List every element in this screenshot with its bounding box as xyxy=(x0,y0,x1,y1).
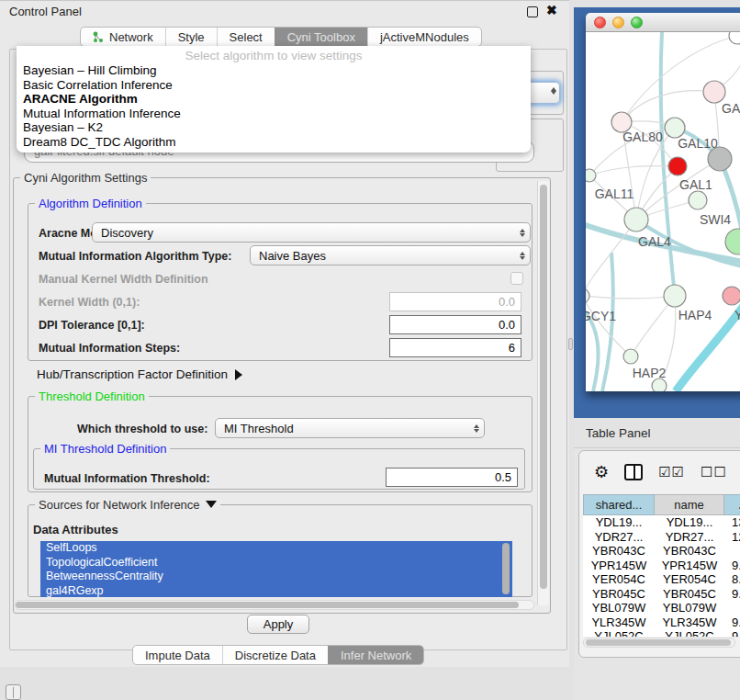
attribute-list-item[interactable]: gal4RGexp xyxy=(40,584,512,598)
network-node[interactable] xyxy=(586,169,596,182)
network-node[interactable] xyxy=(624,208,648,231)
zoom-window-icon[interactable] xyxy=(631,17,643,28)
algorithm-option[interactable]: ARACNE Algorithm xyxy=(17,92,531,107)
node-label: GCY1 xyxy=(586,309,616,323)
control-panel: Control Panel ✖ Network Style Select Cyn… xyxy=(0,0,569,667)
attribute-list-item[interactable]: TopologicalCoefficient xyxy=(40,556,512,570)
aracne-mode-combobox[interactable]: Discovery xyxy=(92,222,531,243)
table-cell xyxy=(724,544,740,559)
table-row[interactable]: YPR145WYPR145W9. xyxy=(583,559,740,573)
tab-discretize-data[interactable]: Discretize Data xyxy=(222,646,328,664)
table-cell: YDR27... xyxy=(655,530,724,545)
network-node[interactable] xyxy=(652,378,667,391)
node-label: Y xyxy=(734,308,740,322)
settings-gear-icon[interactable]: ⚙ xyxy=(594,464,609,480)
node-table: shared... name A YDL19...YDL19...13YDR27… xyxy=(583,494,740,637)
network-node[interactable] xyxy=(623,349,638,364)
table-panel-title: Table Panel xyxy=(586,426,651,440)
network-node[interactable] xyxy=(586,288,589,303)
tab-label: Select xyxy=(230,30,263,44)
attribute-list-item[interactable]: BetweennessCentrality xyxy=(40,570,512,584)
table-row[interactable]: YBR043CYBR043C xyxy=(583,544,740,559)
algorithm-option[interactable]: Dream8 DC_TDC Algorithm xyxy=(17,135,531,150)
table-cell: YLR345W xyxy=(583,615,655,630)
algorithm-option[interactable]: Basic Correlation Inference xyxy=(17,78,531,93)
network-node[interactable] xyxy=(703,81,725,103)
group-title: Algorithm Definition xyxy=(35,197,146,210)
table-row[interactable]: YJL052CYJL052C9 xyxy=(583,629,740,637)
table-row[interactable]: YBL079WYBL079W xyxy=(583,601,740,615)
hub-factor-label: Hub/Transcription Factor Definition xyxy=(37,367,228,381)
mi-type-combobox[interactable]: Naive Bayes xyxy=(250,245,531,265)
select-all-checkbox-icon[interactable]: ☑☑ xyxy=(658,464,685,480)
tab-label: Impute Data xyxy=(145,649,210,662)
algorithm-option[interactable]: Bayesian – Hill Climbing xyxy=(17,63,531,78)
combobox-arrows-icon xyxy=(515,229,530,237)
table-row[interactable]: YDR27...YDR27...12 xyxy=(583,530,740,545)
network-node[interactable] xyxy=(664,285,686,307)
float-panel-icon[interactable] xyxy=(527,6,538,17)
column-header-third[interactable]: A xyxy=(724,494,740,515)
mi-threshold-field[interactable]: 0.5 xyxy=(386,468,518,487)
attribute-list-item[interactable]: SelfLoops xyxy=(40,541,512,556)
table-horizontal-scrollbar[interactable] xyxy=(583,638,735,648)
mi-threshold-label: Mutual Information Threshold: xyxy=(44,472,210,485)
tab-select[interactable]: Select xyxy=(217,28,275,46)
dpi-tolerance-field[interactable]: 0.0 xyxy=(389,315,521,334)
column-header-name[interactable]: name xyxy=(655,494,724,515)
network-node[interactable] xyxy=(729,32,740,44)
network-window-titlebar[interactable] xyxy=(586,13,740,32)
tab-infer-network[interactable]: Infer Network xyxy=(328,646,423,664)
settings-vertical-scrollbar[interactable] xyxy=(537,181,549,605)
settings-horizontal-scrollbar[interactable] xyxy=(15,600,534,610)
manual-kernel-checkbox[interactable] xyxy=(510,272,523,285)
group-title: MI Threshold Definition xyxy=(40,442,170,456)
data-attributes-label: Data Attributes xyxy=(33,523,118,536)
tab-cyni-toolbox[interactable]: Cyni Toolbox xyxy=(275,28,367,46)
table-row[interactable]: YLR345WYLR345W9. xyxy=(583,615,740,630)
tab-label: Style xyxy=(178,30,205,44)
table-cell: 9. xyxy=(724,559,740,573)
table-cell: YJL052C xyxy=(655,629,724,637)
table-cell: YBR043C xyxy=(655,544,724,559)
panel-title: Control Panel xyxy=(9,5,82,18)
network-canvas[interactable]: GALGAL80GAL10GAL11GAL1SWI4GAL4GCY1HAP4YH… xyxy=(586,32,740,391)
close-window-icon[interactable] xyxy=(594,17,606,28)
network-node[interactable] xyxy=(708,147,732,171)
tab-style[interactable]: Style xyxy=(165,28,217,46)
apply-button[interactable]: Apply xyxy=(247,615,309,634)
close-panel-icon[interactable]: ✖ xyxy=(546,3,557,17)
which-threshold-combobox[interactable]: MI Threshold xyxy=(215,418,485,438)
deselect-all-checkbox-icon[interactable]: ☐☐ xyxy=(701,464,727,480)
network-node[interactable] xyxy=(665,118,685,138)
algorithm-option[interactable]: Mutual Information Inference xyxy=(17,107,531,121)
table-cell xyxy=(724,601,740,615)
group-title: Cyni Algorithm Settings xyxy=(20,171,151,185)
attributes-scrollbar[interactable] xyxy=(500,542,511,596)
network-node[interactable] xyxy=(689,191,707,209)
node-label: HAP4 xyxy=(678,308,712,322)
tab-jactivemnodules[interactable]: jActiveMNodules xyxy=(367,28,481,46)
network-node[interactable] xyxy=(668,157,687,175)
column-header-shared-name[interactable]: shared... xyxy=(583,494,655,515)
algorithm-option[interactable]: Bayesian – K2 xyxy=(17,120,531,135)
minimize-window-icon[interactable] xyxy=(612,17,624,28)
split-column-icon[interactable] xyxy=(624,464,643,480)
kernel-width-field[interactable]: 0.0 xyxy=(389,292,521,311)
node-label: GAL xyxy=(722,101,740,116)
table-row[interactable]: YER054CYER054C8. xyxy=(583,572,740,587)
restore-panel-icon[interactable] xyxy=(6,684,21,700)
mi-steps-field[interactable]: 6 xyxy=(389,338,521,357)
data-attributes-list[interactable]: SelfLoopsTopologicalCoefficientBetweenne… xyxy=(40,541,512,597)
tab-network[interactable]: Network xyxy=(81,28,165,46)
network-node[interactable] xyxy=(725,229,740,254)
network-node[interactable] xyxy=(723,287,740,305)
table-row[interactable]: YBR045CYBR045C9. xyxy=(583,587,740,602)
control-panel-tabbar: Network Style Select Cyni Toolbox jActiv… xyxy=(80,27,482,47)
table-cell: YDR27... xyxy=(583,530,655,545)
panel-splitter-handle[interactable] xyxy=(568,338,573,350)
sources-title[interactable]: Sources for Network Inference xyxy=(35,498,220,512)
hub-factor-section[interactable]: Hub/Transcription Factor Definition xyxy=(37,367,242,381)
tab-impute-data[interactable]: Impute Data xyxy=(133,646,222,664)
table-row[interactable]: YDL19...YDL19...13 xyxy=(583,515,740,530)
